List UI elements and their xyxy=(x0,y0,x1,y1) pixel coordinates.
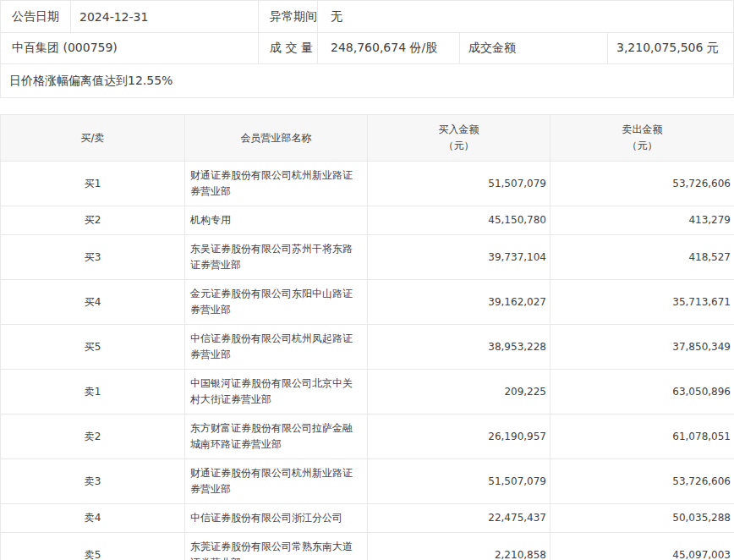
header-buy-amount-line1: 买入金额 xyxy=(371,122,546,138)
broker-name: 中国银河证券股份有限公司北京中关村大街证券营业部 xyxy=(185,370,368,415)
broker-name: 机构专用 xyxy=(185,206,368,235)
seat-label: 买2 xyxy=(1,206,185,235)
table-row: 卖2 东方财富证券股份有限公司拉萨金融城南环路证券营业部 26,190,957 … xyxy=(1,415,734,459)
buy-amount: 51,507,079 xyxy=(368,162,550,206)
sell-amount: 413,279 xyxy=(550,206,734,235)
price-deviation-remark: 日价格涨幅偏离值达到12.55% xyxy=(1,64,733,97)
volume-value: 248,760,674 份/股 xyxy=(318,33,460,63)
volume-label: 成 交 量 xyxy=(259,33,318,63)
buy-amount: 39,162,027 xyxy=(368,280,550,325)
broker-name: 金元证券股份有限公司东阳中山路证券营业部 xyxy=(185,280,368,325)
seat-label: 卖3 xyxy=(1,459,185,504)
header-side: 买/卖 xyxy=(1,115,185,162)
seat-label: 卖2 xyxy=(1,415,185,459)
stock-info-panel: 公告日期 2024-12-31 异常期间 无 中百集团 (000759) 成 交… xyxy=(0,0,734,98)
header-broker-name: 会员营业部名称 xyxy=(185,115,368,162)
buy-amount: 45,150,780 xyxy=(368,206,550,235)
sell-amount: 63,050,896 xyxy=(550,370,734,415)
broker-table: 买/卖 会员营业部名称 买入金额 （元） 卖出金额 （元） 买1 财通证券股份有… xyxy=(0,114,734,560)
volume-turnover-row: 中百集团 (000759) 成 交 量 248,760,674 份/股 成交金额… xyxy=(1,33,733,64)
broker-name: 中信证券股份有限公司杭州凤起路证券营业部 xyxy=(185,325,368,370)
buy-amount: 2,210,858 xyxy=(368,533,550,560)
broker-name: 东方财富证券股份有限公司拉萨金融城南环路证券营业部 xyxy=(185,415,368,459)
buy-amount: 39,737,104 xyxy=(368,235,550,280)
sell-amount: 50,035,288 xyxy=(550,504,734,533)
sell-amount: 53,726,606 xyxy=(550,459,734,504)
broker-name: 东吴证券股份有限公司苏州干将东路证券营业部 xyxy=(185,235,368,280)
broker-name: 财通证券股份有限公司杭州新业路证券营业部 xyxy=(185,162,368,206)
stock-name: 中百集团 (000759) xyxy=(1,33,259,63)
seat-label: 卖1 xyxy=(1,370,185,415)
header-row: 买/卖 会员营业部名称 买入金额 （元） 卖出金额 （元） xyxy=(1,115,734,162)
turnover-value: 3,210,075,506 元 xyxy=(608,33,733,63)
broker-table-body: 买1 财通证券股份有限公司杭州新业路证券营业部 51,507,079 53,72… xyxy=(1,162,734,560)
table-row: 卖1 中国银河证券股份有限公司北京中关村大街证券营业部 209,225 63,0… xyxy=(1,370,734,415)
buy-amount: 51,507,079 xyxy=(368,459,550,504)
turnover-label: 成交金额 xyxy=(460,33,608,63)
header-buy-amount: 买入金额 （元） xyxy=(368,115,550,162)
seat-label: 买4 xyxy=(1,280,185,325)
broker-table-head: 买/卖 会员营业部名称 买入金额 （元） 卖出金额 （元） xyxy=(1,115,734,162)
sell-amount: 45,097,003 xyxy=(550,533,734,560)
announce-date-row: 公告日期 2024-12-31 异常期间 无 xyxy=(1,1,733,33)
header-sell-amount: 卖出金额 （元） xyxy=(550,115,734,162)
abnormal-period-value: 无 xyxy=(318,1,733,32)
header-sell-amount-line1: 卖出金额 xyxy=(554,122,731,138)
table-row: 买4 金元证券股份有限公司东阳中山路证券营业部 39,162,027 35,71… xyxy=(1,280,734,325)
sell-amount: 53,726,606 xyxy=(550,162,734,206)
buy-amount: 26,190,957 xyxy=(368,415,550,459)
seat-label: 买1 xyxy=(1,162,185,206)
header-sell-amount-line2: （元） xyxy=(554,138,731,154)
announce-date-label: 公告日期 xyxy=(1,1,71,32)
broker-name: 财通证券股份有限公司杭州新业路证券营业部 xyxy=(185,459,368,504)
table-row: 卖5 东莞证券股份有限公司常熟东南大道证券营业部 2,210,858 45,09… xyxy=(1,533,734,560)
buy-amount: 22,475,437 xyxy=(368,504,550,533)
announce-date-value: 2024-12-31 xyxy=(71,1,259,32)
seat-label: 卖4 xyxy=(1,504,185,533)
table-row: 买3 东吴证券股份有限公司苏州干将东路证券营业部 39,737,104 418,… xyxy=(1,235,734,280)
header-buy-amount-line2: （元） xyxy=(371,138,546,154)
table-row: 买5 中信证券股份有限公司杭州凤起路证券营业部 38,953,228 37,85… xyxy=(1,325,734,370)
table-row: 卖4 中信证券股份有限公司浙江分公司 22,475,437 50,035,288 xyxy=(1,504,734,533)
sell-amount: 37,850,349 xyxy=(550,325,734,370)
buy-amount: 38,953,228 xyxy=(368,325,550,370)
sell-amount: 61,078,051 xyxy=(550,415,734,459)
seat-label: 卖5 xyxy=(1,533,185,560)
seat-label: 买5 xyxy=(1,325,185,370)
seat-label: 买3 xyxy=(1,235,185,280)
broker-table-wrap: 买/卖 会员营业部名称 买入金额 （元） 卖出金额 （元） 买1 财通证券股份有… xyxy=(0,114,734,560)
broker-name: 东莞证券股份有限公司常熟东南大道证券营业部 xyxy=(185,533,368,560)
table-row: 买1 财通证券股份有限公司杭州新业路证券营业部 51,507,079 53,72… xyxy=(1,162,734,206)
sell-amount: 418,527 xyxy=(550,235,734,280)
abnormal-period-label: 异常期间 xyxy=(259,1,318,32)
table-row: 买2 机构专用 45,150,780 413,279 xyxy=(1,206,734,235)
buy-amount: 209,225 xyxy=(368,370,550,415)
sell-amount: 35,713,671 xyxy=(550,280,734,325)
remark-row: 日价格涨幅偏离值达到12.55% xyxy=(1,64,733,98)
broker-name: 中信证券股份有限公司浙江分公司 xyxy=(185,504,368,533)
table-row: 卖3 财通证券股份有限公司杭州新业路证券营业部 51,507,079 53,72… xyxy=(1,459,734,504)
